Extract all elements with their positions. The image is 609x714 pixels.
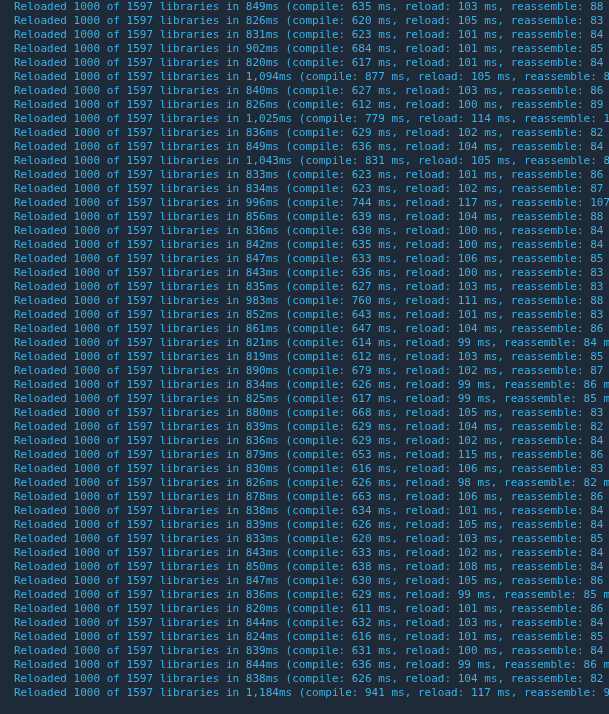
log-line: Reloaded 1000 of 1597 libraries in 861ms… <box>14 322 605 336</box>
log-line: Reloaded 1000 of 1597 libraries in 831ms… <box>14 28 605 42</box>
log-line: Reloaded 1000 of 1597 libraries in 890ms… <box>14 364 605 378</box>
log-line: Reloaded 1000 of 1597 libraries in 843ms… <box>14 546 605 560</box>
log-line: Reloaded 1000 of 1597 libraries in 843ms… <box>14 266 605 280</box>
log-line: Reloaded 1000 of 1597 libraries in 1,184… <box>14 686 605 700</box>
log-line: Reloaded 1000 of 1597 libraries in 839ms… <box>14 644 605 658</box>
log-line: Reloaded 1000 of 1597 libraries in 880ms… <box>14 406 605 420</box>
log-line: Reloaded 1000 of 1597 libraries in 844ms… <box>14 616 605 630</box>
log-line: Reloaded 1000 of 1597 libraries in 878ms… <box>14 490 605 504</box>
log-line: Reloaded 1000 of 1597 libraries in 849ms… <box>14 140 605 154</box>
log-line: Reloaded 1000 of 1597 libraries in 844ms… <box>14 658 605 672</box>
log-line: Reloaded 1000 of 1597 libraries in 840ms… <box>14 84 605 98</box>
log-line: Reloaded 1000 of 1597 libraries in 820ms… <box>14 56 605 70</box>
log-line: Reloaded 1000 of 1597 libraries in 983ms… <box>14 294 605 308</box>
log-line: Reloaded 1000 of 1597 libraries in 839ms… <box>14 518 605 532</box>
log-line: Reloaded 1000 of 1597 libraries in 1,025… <box>14 112 605 126</box>
log-line: Reloaded 1000 of 1597 libraries in 879ms… <box>14 448 605 462</box>
log-line: Reloaded 1000 of 1597 libraries in 830ms… <box>14 462 605 476</box>
log-line: Reloaded 1000 of 1597 libraries in 833ms… <box>14 168 605 182</box>
log-line: Reloaded 1000 of 1597 libraries in 820ms… <box>14 602 605 616</box>
log-line: Reloaded 1000 of 1597 libraries in 847ms… <box>14 574 605 588</box>
log-line: Reloaded 1000 of 1597 libraries in 836ms… <box>14 224 605 238</box>
log-line: Reloaded 1000 of 1597 libraries in 826ms… <box>14 98 605 112</box>
log-line: Reloaded 1000 of 1597 libraries in 1,094… <box>14 70 605 84</box>
log-line: Reloaded 1000 of 1597 libraries in 836ms… <box>14 126 605 140</box>
log-line: Reloaded 1000 of 1597 libraries in 819ms… <box>14 350 605 364</box>
log-line: Reloaded 1000 of 1597 libraries in 835ms… <box>14 280 605 294</box>
log-line: Reloaded 1000 of 1597 libraries in 996ms… <box>14 196 605 210</box>
log-line: Reloaded 1000 of 1597 libraries in 826ms… <box>14 14 605 28</box>
log-output: Reloaded 1000 of 1597 libraries in 849ms… <box>0 0 609 704</box>
log-line: Reloaded 1000 of 1597 libraries in 1,043… <box>14 154 605 168</box>
log-line: Reloaded 1000 of 1597 libraries in 838ms… <box>14 504 605 518</box>
log-line: Reloaded 1000 of 1597 libraries in 834ms… <box>14 182 605 196</box>
log-line: Reloaded 1000 of 1597 libraries in 847ms… <box>14 252 605 266</box>
log-line: Reloaded 1000 of 1597 libraries in 852ms… <box>14 308 605 322</box>
log-line: Reloaded 1000 of 1597 libraries in 836ms… <box>14 588 605 602</box>
log-line: Reloaded 1000 of 1597 libraries in 824ms… <box>14 630 605 644</box>
log-line: Reloaded 1000 of 1597 libraries in 836ms… <box>14 434 605 448</box>
log-line: Reloaded 1000 of 1597 libraries in 833ms… <box>14 532 605 546</box>
log-line: Reloaded 1000 of 1597 libraries in 825ms… <box>14 392 605 406</box>
log-line: Reloaded 1000 of 1597 libraries in 902ms… <box>14 42 605 56</box>
log-line: Reloaded 1000 of 1597 libraries in 856ms… <box>14 210 605 224</box>
log-line: Reloaded 1000 of 1597 libraries in 826ms… <box>14 476 605 490</box>
log-line: Reloaded 1000 of 1597 libraries in 838ms… <box>14 672 605 686</box>
log-line: Reloaded 1000 of 1597 libraries in 842ms… <box>14 238 605 252</box>
log-line: Reloaded 1000 of 1597 libraries in 839ms… <box>14 420 605 434</box>
log-line: Reloaded 1000 of 1597 libraries in 849ms… <box>14 0 605 14</box>
log-line: Reloaded 1000 of 1597 libraries in 821ms… <box>14 336 605 350</box>
log-line: Reloaded 1000 of 1597 libraries in 834ms… <box>14 378 605 392</box>
log-line: Reloaded 1000 of 1597 libraries in 850ms… <box>14 560 605 574</box>
